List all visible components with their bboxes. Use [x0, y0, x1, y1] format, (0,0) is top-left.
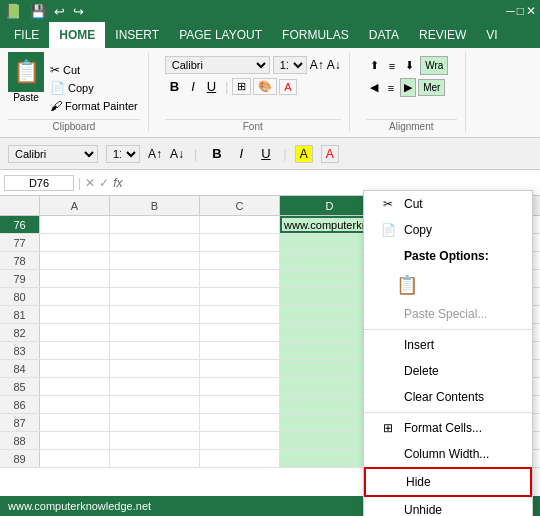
- r2-bold-btn[interactable]: B: [207, 144, 226, 163]
- tab-home[interactable]: HOME: [49, 22, 105, 48]
- r2-underline-btn[interactable]: U: [256, 144, 275, 163]
- r2-highlight-btn[interactable]: A: [295, 145, 313, 163]
- row-number[interactable]: 77: [0, 234, 40, 251]
- grid-cell[interactable]: [110, 450, 200, 467]
- tab-view[interactable]: VI: [476, 22, 507, 48]
- grid-cell[interactable]: [200, 378, 280, 395]
- grid-cell[interactable]: [40, 450, 110, 467]
- ctx-format-cells[interactable]: ⊞ Format Cells...: [364, 415, 532, 441]
- font-decrease-btn[interactable]: A↓: [327, 58, 341, 72]
- row-number[interactable]: 86: [0, 396, 40, 413]
- row-number[interactable]: 87: [0, 414, 40, 431]
- row-number[interactable]: 78: [0, 252, 40, 269]
- grid-cell[interactable]: [200, 306, 280, 323]
- tab-review[interactable]: REVIEW: [409, 22, 476, 48]
- tab-formulas[interactable]: FORMULAS: [272, 22, 359, 48]
- row-number[interactable]: 80: [0, 288, 40, 305]
- ctx-hide[interactable]: Hide: [364, 467, 532, 497]
- ctx-paste-icon-row[interactable]: 📋: [364, 269, 532, 301]
- grid-cell[interactable]: [40, 378, 110, 395]
- grid-cell[interactable]: [40, 396, 110, 413]
- grid-cell[interactable]: [200, 396, 280, 413]
- ctx-column-width[interactable]: Column Width...: [364, 441, 532, 467]
- format-painter-button[interactable]: 🖌 Format Painter: [48, 98, 140, 114]
- merge-btn[interactable]: Mer: [418, 79, 445, 96]
- tab-page-layout[interactable]: PAGE LAYOUT: [169, 22, 272, 48]
- row-number[interactable]: 83: [0, 342, 40, 359]
- r2-font-select[interactable]: Calibri: [8, 145, 98, 163]
- grid-cell[interactable]: [40, 270, 110, 287]
- cut-button[interactable]: ✂ Cut: [48, 62, 140, 78]
- grid-cell[interactable]: [110, 270, 200, 287]
- grid-cell[interactable]: [110, 234, 200, 251]
- grid-cell[interactable]: [110, 288, 200, 305]
- grid-cell[interactable]: [110, 306, 200, 323]
- col-header-c[interactable]: C: [200, 196, 280, 215]
- align-left-btn[interactable]: ◀: [366, 78, 382, 97]
- redo-btn[interactable]: ↪: [70, 3, 87, 20]
- grid-cell[interactable]: [200, 432, 280, 449]
- r2-font-color-btn[interactable]: A: [321, 145, 339, 163]
- close-btn[interactable]: ✕: [526, 4, 536, 18]
- grid-cell[interactable]: [200, 342, 280, 359]
- grid-cell[interactable]: [40, 432, 110, 449]
- row-number[interactable]: 76: [0, 216, 40, 233]
- row-number[interactable]: 89: [0, 450, 40, 467]
- grid-cell[interactable]: [200, 414, 280, 431]
- grid-cell[interactable]: [40, 216, 110, 233]
- row-number[interactable]: 84: [0, 360, 40, 377]
- grid-cell[interactable]: [40, 414, 110, 431]
- grid-cell[interactable]: [200, 324, 280, 341]
- col-header-a[interactable]: A: [40, 196, 110, 215]
- ctx-unhide[interactable]: Unhide: [364, 497, 532, 516]
- formula-input[interactable]: [126, 176, 536, 190]
- grid-cell[interactable]: [40, 342, 110, 359]
- grid-cell[interactable]: [110, 378, 200, 395]
- grid-cell[interactable]: [200, 450, 280, 467]
- paste-button[interactable]: 📋 Paste: [8, 52, 44, 119]
- grid-cell[interactable]: [200, 252, 280, 269]
- confirm-icon[interactable]: ✓: [99, 176, 109, 190]
- ctx-insert[interactable]: Insert: [364, 332, 532, 358]
- row-number[interactable]: 79: [0, 270, 40, 287]
- ctx-delete[interactable]: Delete: [364, 358, 532, 384]
- align-top-btn[interactable]: ⬆: [366, 56, 383, 75]
- font-size-select[interactable]: 11: [273, 56, 307, 74]
- ctx-cut[interactable]: ✂ Cut: [364, 191, 532, 217]
- ctx-clear-contents[interactable]: Clear Contents: [364, 384, 532, 410]
- grid-cell[interactable]: [200, 234, 280, 251]
- grid-cell[interactable]: [110, 360, 200, 377]
- r2-italic-btn[interactable]: I: [235, 144, 249, 163]
- font-increase-btn[interactable]: A↑: [310, 58, 324, 72]
- row-number[interactable]: 81: [0, 306, 40, 323]
- underline-btn[interactable]: U: [202, 77, 221, 96]
- grid-cell[interactable]: [110, 216, 200, 233]
- italic-btn[interactable]: I: [186, 77, 200, 96]
- grid-cell[interactable]: [110, 342, 200, 359]
- ctx-copy[interactable]: 📄 Copy: [364, 217, 532, 243]
- col-header-b[interactable]: B: [110, 196, 200, 215]
- wrap-text-btn[interactable]: Wra: [420, 56, 448, 75]
- grid-cell[interactable]: [200, 288, 280, 305]
- name-box[interactable]: [4, 175, 74, 191]
- undo-btn[interactable]: ↩: [51, 3, 68, 20]
- save-btn[interactable]: 💾: [27, 3, 49, 20]
- grid-cell[interactable]: [110, 252, 200, 269]
- cancel-icon[interactable]: ✕: [85, 176, 95, 190]
- grid-cell[interactable]: [40, 234, 110, 251]
- align-bottom-btn[interactable]: ⬇: [401, 56, 418, 75]
- copy-button[interactable]: 📄 Copy: [48, 80, 140, 96]
- tab-insert[interactable]: INSERT: [105, 22, 169, 48]
- grid-cell[interactable]: [200, 216, 280, 233]
- align-middle-btn[interactable]: ≡: [385, 56, 399, 75]
- grid-cell[interactable]: [110, 396, 200, 413]
- bold-btn[interactable]: B: [165, 77, 184, 96]
- align-center-btn[interactable]: ≡: [384, 79, 398, 97]
- minimize-btn[interactable]: ─: [506, 4, 515, 18]
- r2-font-increase-btn[interactable]: A↑: [148, 147, 162, 161]
- grid-cell[interactable]: [40, 306, 110, 323]
- r2-size-select[interactable]: 11: [106, 145, 140, 163]
- grid-cell[interactable]: [200, 270, 280, 287]
- grid-cell[interactable]: [40, 360, 110, 377]
- fill-color-btn[interactable]: 🎨: [253, 78, 277, 95]
